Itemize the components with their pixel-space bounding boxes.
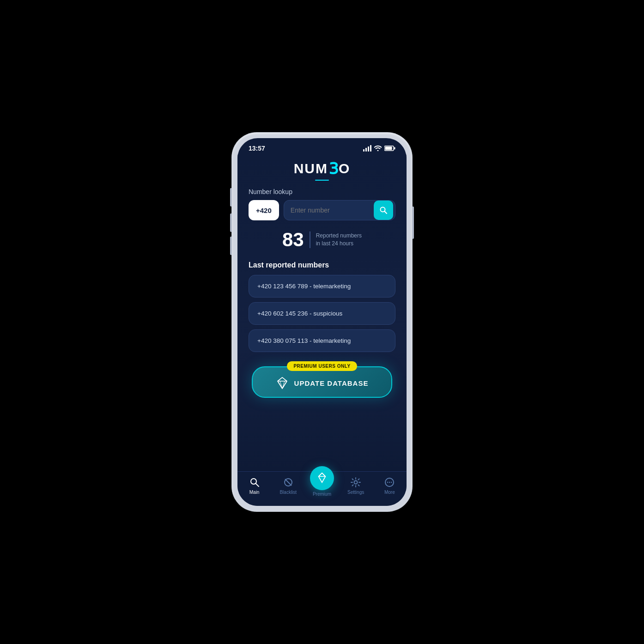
svg-line-19 [319, 473, 322, 476]
svg-line-7 [278, 377, 282, 381]
premium-badge: PREMIUM USERS ONLY [287, 361, 357, 371]
svg-point-24 [389, 482, 390, 483]
phone-device: 13:57 [232, 133, 412, 511]
reported-count: 83 [282, 229, 304, 251]
signal-icon [363, 145, 371, 152]
blacklist-nav-label: Blacklist [279, 490, 297, 495]
nav-item-blacklist[interactable]: Blacklist [275, 476, 301, 495]
stats-divider [310, 231, 310, 248]
more-nav-icon [383, 476, 395, 488]
section-label-lookup: Number lookup [249, 188, 395, 195]
nav-item-main[interactable]: Main [242, 476, 267, 495]
update-db-label: UPDATE DATABASE [294, 379, 369, 387]
premium-nav-icon [310, 466, 334, 490]
bottom-nav: Main Blacklist [237, 471, 407, 506]
logo-text-num: NUM [294, 161, 328, 176]
battery-icon [384, 146, 395, 151]
search-input-container [284, 200, 395, 220]
logo-accent [315, 180, 329, 181]
nav-item-settings[interactable]: Settings [343, 476, 369, 495]
stats-description: Reported numbers in last 24 hours [316, 232, 362, 248]
country-code-button[interactable]: +420 [249, 200, 279, 220]
svg-line-4 [385, 212, 387, 214]
main-nav-label: Main [249, 490, 260, 495]
reported-item[interactable]: +420 380 075 113 - telemarketing [249, 329, 395, 352]
svg-line-16 [285, 480, 291, 486]
svg-point-13 [251, 479, 256, 484]
app-logo-container: NUMƐO [249, 155, 395, 188]
reported-item[interactable]: +420 123 456 789 - telemarketing [249, 275, 395, 298]
lookup-row: +420 [249, 200, 395, 220]
stats-row: 83 Reported numbers in last 24 hours [249, 229, 395, 251]
svg-marker-17 [319, 473, 326, 482]
reported-section-title: Last reported numbers [249, 261, 395, 269]
main-nav-icon [249, 476, 261, 488]
status-time: 13:57 [249, 145, 265, 152]
main-content: NUMƐO Number lookup +420 [237, 155, 407, 471]
svg-line-20 [322, 473, 325, 476]
number-search-input[interactable] [291, 207, 374, 214]
svg-point-23 [387, 482, 388, 483]
svg-line-8 [282, 377, 287, 381]
phone-screen: 13:57 [237, 138, 407, 506]
reported-item[interactable]: +420 602 145 236 - suspicious [249, 302, 395, 325]
diamond-icon [276, 377, 289, 389]
app-logo: NUMƐO [294, 159, 351, 178]
settings-nav-label: Settings [347, 490, 364, 495]
svg-line-10 [282, 381, 287, 389]
logo-text-3: Ɛ [328, 159, 339, 178]
logo-text-o: O [339, 161, 350, 176]
premium-container: PREMIUM USERS ONLY UPDATE DATABASE [249, 361, 395, 398]
wifi-icon [374, 146, 382, 151]
nav-item-premium[interactable]: Premium [309, 476, 334, 497]
premium-nav-label: Premium [313, 492, 331, 497]
blacklist-nav-icon [282, 476, 294, 488]
search-button[interactable] [374, 200, 393, 220]
svg-line-14 [256, 484, 259, 486]
more-nav-label: More [384, 490, 395, 495]
svg-point-21 [354, 481, 358, 484]
svg-rect-1 [385, 147, 392, 150]
status-icons [363, 145, 395, 152]
svg-point-25 [391, 482, 392, 483]
settings-nav-icon [350, 476, 362, 488]
update-database-button[interactable]: UPDATE DATABASE [252, 366, 393, 398]
nav-item-more[interactable]: More [377, 476, 402, 495]
search-icon [379, 206, 388, 214]
svg-rect-2 [394, 147, 395, 150]
notch [294, 138, 350, 151]
svg-line-9 [278, 381, 282, 389]
